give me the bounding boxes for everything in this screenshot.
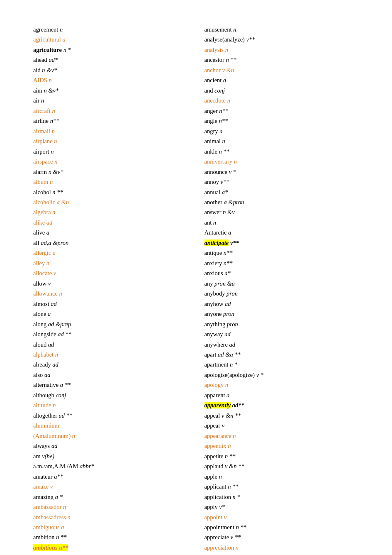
list-item: a.m./am,A.M./AM abbr* [33,462,188,471]
list-item: anybody pron [205,289,359,298]
list-item: appoint v [205,513,359,522]
list-item: amusement n [205,25,359,34]
list-item: alcoholic a &n [33,198,188,207]
list-item: apparently ad** [205,401,359,410]
list-item: anxiety n** [205,259,359,268]
list-item: ambulance n ** [33,553,188,555]
list-item: appeal v &n ** [205,411,359,420]
list-item: appear v [205,421,359,430]
list-item: answer n &v [205,208,359,217]
list-item: application n * [205,492,359,501]
list-item: alike ad [33,218,188,227]
list-item: appointment n ** [205,523,359,532]
list-item: alarm n &v* [33,167,188,176]
list-item: apartment n * [205,360,359,369]
list-item: also ad [33,370,188,379]
list-item: AIDS n [33,76,188,85]
list-item: anticipate v** [205,238,359,247]
list-item: anyone pron [205,309,359,318]
list-item: air n [33,96,188,105]
list-item: apology n [205,380,359,389]
list-item: applicant n ** [205,482,359,491]
list-item: apple n [205,472,359,481]
list-item: allow v [33,279,188,288]
list-item: alcohol n ** [33,188,188,197]
list-item: alive a [33,228,188,237]
main-content: agreement nagricultural aagriculture n *… [33,25,359,555]
list-item: anchor v &n [205,66,359,75]
list-item: ambiguous a [33,523,188,532]
list-item: airline n** [33,116,188,125]
list-item: ancestor n ** [205,55,359,64]
list-item: anxious a* [205,269,359,278]
list-item: alternative a ** [33,380,188,389]
list-item: annual a* [205,188,359,197]
list-item: album n [33,177,188,186]
list-item: Antarctic a [205,228,359,237]
list-item: along ad &prep [33,320,188,329]
list-item: animal n [205,137,359,146]
list-item: announce v * [205,167,359,176]
list-item: ambassadress n [33,513,188,522]
list-item: agriculture n * [33,45,188,54]
list-item: ant n [205,218,359,227]
list-item: ahead ad* [33,55,188,64]
right-column: amusement nanalyse(analyze) v**analysis … [205,25,359,555]
list-item: aim n &v* [33,86,188,95]
list-item: annoy v** [205,177,359,186]
list-item: aluminium [33,421,188,430]
list-item: algebra n [33,208,188,217]
list-item: and conj [205,86,359,95]
list-item: although conj [33,391,188,400]
list-item: approach n &v* [205,553,359,555]
list-item: analyse(analyze) v** [205,35,359,44]
list-item: amaze v [33,482,188,491]
list-item: appreciation n [205,543,359,552]
list-item: alphabet n [33,350,188,359]
list-item: allergic a [33,248,188,257]
list-item: ancient a [205,76,359,85]
list-item: alley n [33,259,188,268]
list-item: allowance n [33,289,188,298]
list-item: aid n &v* [33,66,188,75]
list-item: anyway ad [205,330,359,339]
list-item: another a &pron [205,198,359,207]
list-item: appreciate v ** [205,533,359,542]
list-item: any pron &a [205,279,359,288]
list-item: angry a [205,127,359,136]
list-item: altogether ad ** [33,411,188,420]
list-item: anniversary n [205,157,359,166]
list-item: almost ad [33,299,188,308]
list-item: appearance n [205,431,359,440]
list-item: appetite n ** [205,452,359,461]
list-item: altitude n [33,401,188,410]
list-item: applaud v &n ** [205,462,359,471]
list-item: anywhere ad [205,340,359,349]
list-item: ambassador n [33,502,188,511]
list-item: aircraft n [33,106,188,115]
list-item: anecdote n [205,96,359,105]
list-item: apart ad &a ** [205,350,359,359]
list-item: anger n** [205,106,359,115]
list-item: ambition n ** [33,533,188,542]
list-item: anyhow ad [205,299,359,308]
list-item: airmail n [33,127,188,136]
list-item: already ad [33,360,188,369]
list-item: (Amaluminum) n [33,431,188,440]
list-item: alongside ad ** [33,330,188,339]
list-item: alone a [33,309,188,318]
left-column: agreement nagricultural aagriculture n *… [33,25,188,555]
list-item: ankle n ** [205,147,359,156]
list-item: all ad,a &pron [33,238,188,247]
list-item: apply v* [205,502,359,511]
list-item: analysis n [205,45,359,54]
list-item: airplane n [33,137,188,146]
list-item: angle n** [205,116,359,125]
list-item: agricultural a [33,35,188,44]
list-item: always ad [33,441,188,450]
list-item: allocate v [33,269,188,278]
list-item: amateur a** [33,472,188,481]
list-item: apparent a [205,391,359,400]
list-item: am v(be) [33,452,188,461]
list-item: ambitious a** [33,543,188,552]
